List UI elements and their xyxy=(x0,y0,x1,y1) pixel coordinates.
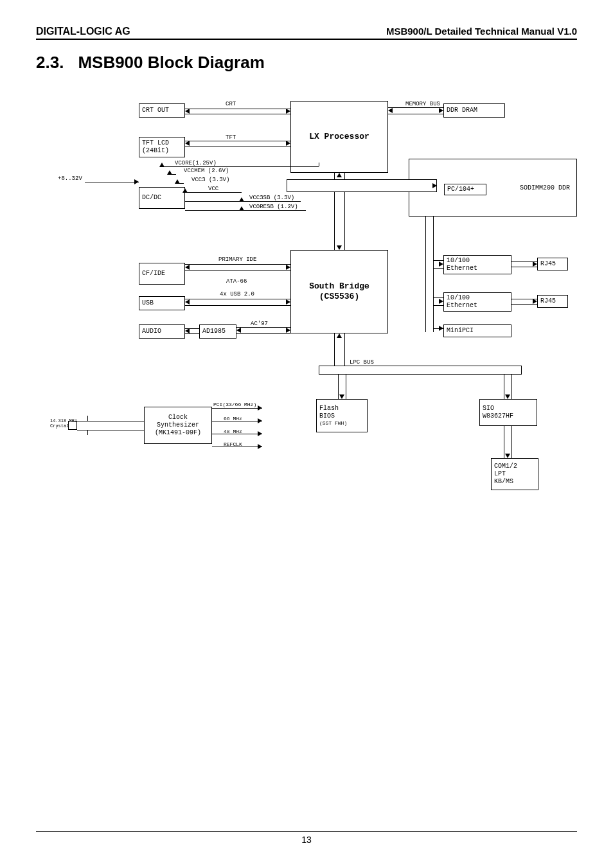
block-clock-synthesizer: Clock Synthesizer (MK1491-09F) xyxy=(144,407,212,444)
page-number: 13 xyxy=(301,835,312,845)
label-vccmem: VCCMEM (2.6V) xyxy=(184,168,229,174)
lpc-bus-rect xyxy=(319,366,522,375)
label-vcore: VCORE(1.25V) xyxy=(175,160,217,166)
label-pci-3366: PCI(33/66 MHz) xyxy=(213,402,256,407)
label-ac97: AC'97 xyxy=(251,321,268,327)
block-rj45-2: RJ45 xyxy=(537,295,568,308)
label-tft-bus: TFT xyxy=(226,134,236,141)
block-south-bridge: South Bridge (CS5536) xyxy=(290,250,388,333)
block-cf-ide: CF/IDE xyxy=(139,263,185,285)
block-usb: USB xyxy=(139,296,185,310)
header-company: DIGITAL-LOGIC AG xyxy=(36,26,130,37)
block-diagram: LX Processor South Bridge (CS5536) CRT O… xyxy=(49,98,576,561)
block-sio: SIO W83627HF xyxy=(479,399,537,426)
block-pc104: PC/104+ xyxy=(444,184,486,195)
block-ethernet-1: 10/100 Ethernet xyxy=(443,255,511,274)
label-vcc: VCC xyxy=(208,186,218,192)
block-ddr-dram: DDR DRAM xyxy=(443,103,505,118)
block-tft-lcd: TFT LCD (24Bit) xyxy=(139,137,185,157)
label-crystal-freq: 14.318 MHz xyxy=(50,418,77,423)
header-doc-title: MSB900/L Detailed Technical Manual V1.0 xyxy=(386,26,577,37)
block-audio: AUDIO xyxy=(139,324,185,339)
block-lx-processor: LX Processor xyxy=(290,101,388,173)
label-memory-bus: MEMORY BUS xyxy=(405,101,440,107)
block-ad1985: AD1985 xyxy=(199,324,236,339)
label-crt-bus: CRT xyxy=(226,101,236,107)
label-crystal: Crystal xyxy=(50,423,69,429)
section-heading: 2.3. MSB900 Block Diagram xyxy=(36,53,577,73)
block-com-lpt-kb: COM1/2 LPT KB/MS xyxy=(491,458,538,490)
block-rj45-1: RJ45 xyxy=(537,258,568,270)
label-lpc-bus: LPC BUS xyxy=(350,359,374,366)
pci-bus-rect xyxy=(287,179,437,192)
label-ata66: ATA-66 xyxy=(226,278,247,285)
page-footer: 13 xyxy=(36,831,577,845)
section-title: MSB900 Block Diagram xyxy=(78,53,264,73)
block-dcdc: DC/DC xyxy=(139,187,185,209)
section-number: 2.3. xyxy=(36,53,64,73)
label-vcc3: VCC3 (3.3V) xyxy=(191,177,229,183)
label-vcoresb: VCORESB (1.2V) xyxy=(249,204,298,210)
block-ethernet-2: 10/100 Ethernet xyxy=(443,292,511,312)
label-vcc3sb: VCC3SB (3.3V) xyxy=(249,195,294,201)
block-minipci: MiniPCI xyxy=(443,324,511,337)
label-vin: +8..32V xyxy=(58,175,82,182)
block-crt-out: CRT OUT xyxy=(139,103,185,118)
block-flash-bios: Flash BIOS (SST FWH) xyxy=(316,399,368,432)
label-primary-ide: PRIMARY IDE xyxy=(218,256,256,263)
label-4xusb: 4x USB 2.0 xyxy=(220,291,254,297)
page-header: DIGITAL-LOGIC AG MSB900/L Detailed Techn… xyxy=(36,26,577,40)
